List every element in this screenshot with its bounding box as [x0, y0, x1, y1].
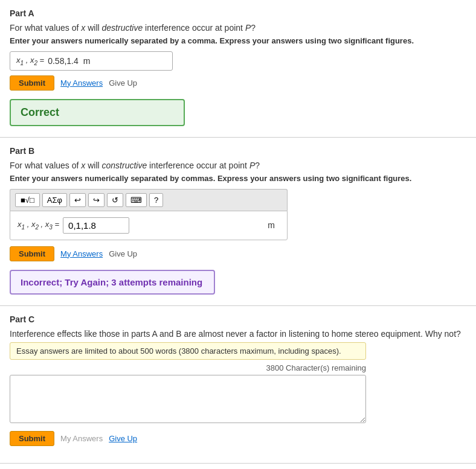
part-c-give-up-button[interactable]: Give Up: [109, 434, 137, 443]
part-a-my-answers-link[interactable]: My Answers: [60, 78, 103, 88]
part-b-var-label: x1 , x2 , x3 =: [18, 220, 59, 231]
part-a-correct-banner: Correct: [10, 99, 185, 126]
part-a-unit: m: [83, 56, 91, 66]
part-a-give-up-button[interactable]: Give Up: [109, 78, 137, 88]
part-c-char-count: 3800 Character(s) remaining: [10, 363, 366, 372]
part-b-give-up-button[interactable]: Give Up: [109, 249, 137, 258]
part-a-title: Part A: [10, 8, 466, 18]
part-c-section: Part C Interference effects like those i…: [0, 306, 476, 464]
part-b-my-answers-link[interactable]: My Answers: [60, 249, 103, 258]
part-a-answer-display: x1 , x2 = 0.58,1.4 m: [10, 51, 173, 71]
part-b-submit-button[interactable]: Submit: [10, 246, 54, 261]
part-b-incorrect-banner: Incorrect; Try Again; 3 attempts remaini…: [10, 270, 215, 295]
keyboard-btn[interactable]: ⌨: [126, 193, 147, 207]
var-x-a: x: [81, 23, 85, 33]
undo-btn[interactable]: ↩: [69, 193, 86, 207]
part-b-btn-row: Submit My Answers Give Up: [10, 246, 466, 261]
part-b-incorrect-text: Incorrect; Try Again; 3 attempts remaini…: [21, 277, 202, 287]
part-b-question: For what values of x will constructive i…: [10, 161, 466, 170]
var-p-a: P: [245, 23, 251, 33]
part-b-unit: m: [135, 220, 280, 230]
part-b-toolbar: ■√□ ΑΣφ ↩ ↪ ↺ ⌨ ?: [10, 189, 288, 211]
part-c-btn-row: Submit My Answers Give Up: [10, 431, 466, 446]
part-b-title: Part B: [10, 146, 466, 156]
var-x-b: x: [81, 161, 85, 170]
matrix-sqrt-btn[interactable]: ■√□: [15, 193, 40, 207]
part-a-section: Part A For what values of x will destruc…: [0, 0, 476, 138]
part-c-title: Part C: [10, 314, 466, 324]
part-b-instruction: Enter your answers numerically separated…: [10, 174, 466, 183]
part-b-input-area: x1 , x2 , x3 = m: [10, 211, 288, 240]
reset-btn[interactable]: ↺: [107, 193, 123, 207]
part-c-essay-hint: Essay answers are limited to about 500 w…: [10, 342, 366, 360]
var-p-b: P: [249, 161, 255, 170]
part-b-answer-input[interactable]: [63, 217, 129, 234]
part-c-question: Interference effects like those in parts…: [10, 329, 466, 339]
redo-btn[interactable]: ↪: [88, 193, 105, 207]
part-a-correct-text: Correct: [21, 106, 59, 118]
part-c-my-answers-link: My Answers: [60, 434, 103, 443]
part-a-instruction: Enter your answers numerically separated…: [10, 36, 466, 45]
part-a-submit-button[interactable]: Submit: [10, 75, 54, 91]
alpha-sigma-btn[interactable]: ΑΣφ: [42, 193, 67, 207]
part-a-btn-row: Submit My Answers Give Up: [10, 75, 466, 91]
help-btn[interactable]: ?: [149, 193, 163, 207]
part-c-essay-textarea[interactable]: [10, 375, 366, 423]
part-a-var-label: x1 , x2 =: [16, 56, 44, 66]
part-b-section: Part B For what values of x will constru…: [0, 138, 476, 306]
part-a-question: For what values of x will destructive in…: [10, 23, 466, 33]
part-c-submit-button[interactable]: Submit: [10, 431, 54, 446]
part-a-answer-value: 0.58,1.4: [48, 56, 79, 66]
italic-destructive: destructive: [102, 23, 143, 33]
italic-constructive: constructive: [102, 161, 147, 170]
